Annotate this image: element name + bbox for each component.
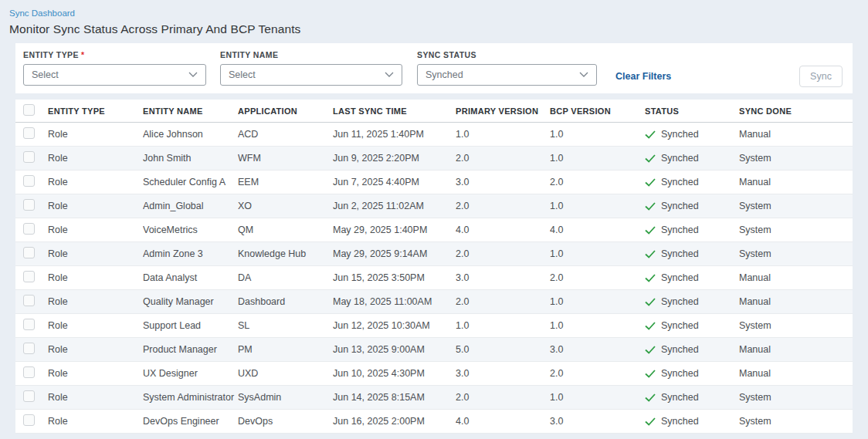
cell-application: QM (238, 225, 333, 235)
table-row: Role Support Lead SL Jun 12, 2025 10:30A… (15, 314, 853, 338)
cell-entity-name: VoiceMetrics (143, 225, 238, 235)
check-icon (645, 178, 656, 187)
row-checkbox[interactable] (23, 175, 35, 187)
cell-last-sync-time: Jun 15, 2025 3:50PM (333, 272, 456, 283)
cell-bcp-version: 4.0 (550, 225, 645, 235)
row-checkbox[interactable] (23, 199, 35, 211)
check-icon (645, 226, 656, 235)
column-header-last-sync-time: LAST SYNC TIME (333, 106, 456, 116)
status-text: Synched (661, 177, 699, 187)
breadcrumb[interactable]: Sync Dashboard (9, 8, 75, 18)
cell-status: Synched (645, 225, 739, 235)
required-asterisk: * (81, 50, 85, 59)
cell-sync-done: Manual (739, 129, 853, 140)
cell-application: XO (238, 201, 333, 211)
cell-primary-version: 2.0 (456, 392, 550, 403)
cell-status: Synched (645, 416, 739, 427)
cell-primary-version: 2.0 (456, 248, 550, 259)
table-row: Role Data Analyst DA Jun 15, 2025 3:50PM… (15, 266, 853, 290)
row-checkbox[interactable] (23, 390, 35, 402)
sync-status-select[interactable]: Synched (417, 64, 597, 86)
entity-name-select[interactable]: Select (220, 64, 402, 86)
cell-entity-type: Role (48, 177, 143, 187)
row-checkbox[interactable] (23, 319, 35, 330)
row-checkbox-cell (15, 366, 48, 380)
cell-last-sync-time: May 29, 2025 1:40PM (333, 225, 456, 235)
cell-entity-type: Role (48, 392, 143, 403)
entity-name-label: ENTITY NAME (220, 50, 402, 59)
filter-entity-name: ENTITY NAME Select (220, 50, 402, 86)
table-row: Role Scheduler Config A EEM Jun 7, 2025 … (15, 171, 853, 194)
cell-sync-done: System (739, 225, 853, 235)
cell-application: UXD (238, 368, 333, 379)
cell-primary-version: 2.0 (456, 153, 550, 164)
clear-filters-link[interactable]: Clear Filters (615, 71, 671, 82)
cell-bcp-version: 3.0 (550, 416, 645, 427)
cell-last-sync-time: Jun 7, 2025 4:40PM (333, 177, 456, 187)
chevron-down-icon (579, 72, 588, 78)
row-checkbox-cell (15, 343, 48, 356)
row-checkbox[interactable] (23, 414, 35, 426)
cell-entity-type: Role (48, 225, 143, 235)
row-checkbox[interactable] (23, 271, 35, 282)
table-row: Role VoiceMetrics QM May 29, 2025 1:40PM… (15, 218, 853, 242)
header-checkbox-cell (15, 104, 48, 117)
cell-last-sync-time: Jun 9, 2025 2:20PM (333, 153, 456, 164)
cell-entity-name: John Smith (143, 153, 238, 164)
cell-application: ACD (238, 129, 333, 140)
column-header-entity-type: ENTITY TYPE (48, 106, 143, 116)
status-text: Synched (661, 153, 699, 164)
status-text: Synched (661, 392, 699, 403)
select-all-checkbox[interactable] (23, 104, 35, 116)
cell-sync-done: System (739, 201, 853, 211)
cell-primary-version: 4.0 (456, 416, 550, 427)
row-checkbox[interactable] (23, 295, 35, 306)
cell-entity-name: Admin Zone 3 (143, 248, 238, 259)
cell-entity-type: Role (48, 272, 143, 283)
cell-status: Synched (645, 201, 739, 211)
check-icon (645, 202, 656, 211)
cell-entity-name: Product Manager (143, 344, 238, 355)
row-checkbox[interactable] (23, 151, 35, 163)
cell-primary-version: 2.0 (456, 201, 550, 211)
cell-last-sync-time: May 29, 2025 9:14AM (333, 248, 456, 259)
cell-primary-version: 1.0 (456, 320, 550, 331)
check-icon (645, 393, 656, 402)
cell-status: Synched (645, 248, 739, 259)
cell-bcp-version: 2.0 (550, 272, 645, 283)
cell-primary-version: 3.0 (456, 368, 550, 379)
row-checkbox-cell (15, 247, 48, 261)
page-title: Monitor Sync Status Across Primary And B… (9, 22, 859, 36)
cell-status: Synched (645, 368, 739, 379)
cell-primary-version: 3.0 (456, 272, 550, 283)
cell-status: Synched (645, 129, 739, 140)
table-row: Role DevOps Engineer DevOps Jun 16, 2025… (15, 410, 853, 434)
table-row: Role Admin_Global XO Jun 2, 2025 11:02AM… (15, 194, 853, 218)
row-checkbox[interactable] (23, 223, 35, 235)
sync-dashboard-page: Sync Dashboard Monitor Sync Status Acros… (0, 0, 868, 439)
column-header-primary-version: PRIMARY VERSION (456, 106, 550, 116)
row-checkbox[interactable] (23, 366, 35, 378)
cell-application: DA (238, 272, 333, 283)
sync-button[interactable]: Sync (799, 66, 843, 87)
cell-entity-name: DevOps Engineer (143, 416, 238, 427)
cell-primary-version: 2.0 (456, 296, 550, 307)
cell-entity-name: UX Designer (143, 368, 238, 379)
table-row: Role John Smith WFM Jun 9, 2025 2:20PM 2… (15, 147, 853, 171)
column-header-entity-name: ENTITY NAME (143, 106, 238, 116)
cell-entity-type: Role (48, 129, 143, 140)
row-checkbox[interactable] (23, 343, 35, 354)
cell-bcp-version: 1.0 (550, 296, 645, 307)
cell-entity-type: Role (48, 153, 143, 164)
row-checkbox[interactable] (23, 127, 35, 139)
cell-bcp-version: 2.0 (550, 368, 645, 379)
status-text: Synched (661, 320, 699, 331)
cell-application: PM (238, 344, 333, 355)
check-icon (645, 250, 656, 258)
check-icon (645, 274, 656, 282)
status-text: Synched (661, 344, 699, 355)
cell-entity-name: Support Lead (143, 320, 238, 331)
row-checkbox[interactable] (23, 247, 35, 258)
entity-type-select[interactable]: Select (23, 64, 206, 86)
cell-application: SL (238, 320, 333, 331)
